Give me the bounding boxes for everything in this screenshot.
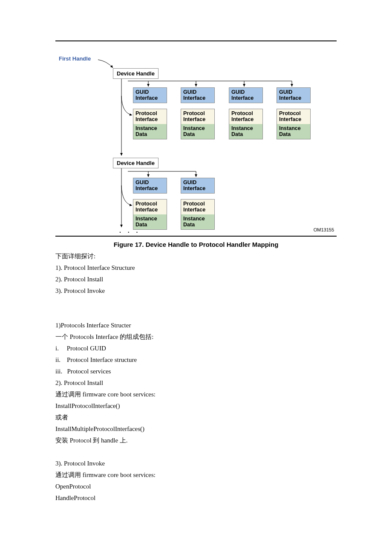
- bottom-rule: [55, 236, 337, 237]
- line: HandleProtocol: [55, 492, 337, 504]
- line: iii. Protocol services: [55, 366, 337, 377]
- protocol-interface-1-2: Protocol Interface: [181, 109, 215, 124]
- protocol-interface-1-1: Protocol Interface: [133, 109, 167, 124]
- line: 3). Protocol Invoke: [55, 458, 337, 469]
- protocol-interface-2-1: Protocol Interface: [133, 199, 167, 215]
- instance-data-1-1: Instance Data: [133, 124, 167, 139]
- line: 3). Protocol Invoke: [55, 285, 337, 297]
- guid-interface-1-1: GUID Interface: [133, 87, 167, 103]
- guid-interface-2-1: GUID Interface: [133, 178, 167, 194]
- line: InstallProtocolInterface(): [55, 400, 337, 412]
- protocol-interface-2-2: Protocol Interface: [181, 199, 215, 215]
- line: 下面详细探讨:: [55, 251, 337, 262]
- figure-caption: Figure 17. Device Handle to Protocol Han…: [55, 241, 337, 248]
- line: 一个 Protocols Interface 的组成包括:: [55, 331, 337, 343]
- instance-data-1-3: Instance Data: [229, 124, 263, 139]
- line: 通过调用 firmware core boot services:: [55, 389, 337, 400]
- device-handle-2: Device Handle: [113, 158, 159, 168]
- instance-data-1-4: Instance Data: [277, 124, 311, 139]
- instance-data-1-2: Instance Data: [181, 124, 215, 139]
- diagram: First Handle Device Handle GUID Interfac…: [55, 45, 337, 232]
- continuation-dots: . . .: [119, 227, 140, 234]
- line: i. Protocol GUID: [55, 343, 337, 354]
- line: 2). Protocol Install: [55, 377, 337, 389]
- line: 或者: [55, 412, 337, 423]
- line: 2). Protocol Install: [55, 274, 337, 285]
- line: InstallMultipleProtocolInterfaces(): [55, 423, 337, 435]
- protocol-interface-1-4: Protocol Interface: [277, 109, 311, 124]
- guid-interface-2-2: GUID Interface: [181, 178, 215, 194]
- line: OpenProtocol: [55, 481, 337, 492]
- protocol-interface-1-3: Protocol Interface: [229, 109, 263, 124]
- line: 1). Protocol Interface Structure: [55, 262, 337, 274]
- body-text: 下面详细探讨: 1). Protocol Interface Structure…: [55, 251, 337, 504]
- line: ii. Protocol Interface structure: [55, 354, 337, 366]
- first-handle-label: First Handle: [59, 55, 91, 62]
- guid-interface-1-2: GUID Interface: [181, 87, 215, 103]
- guid-interface-1-4: GUID Interface: [277, 87, 311, 103]
- om-code: OM13155: [314, 227, 334, 232]
- top-rule: [55, 40, 337, 41]
- line: 通过调用 firmware core boot services:: [55, 469, 337, 481]
- device-handle-1: Device Handle: [113, 68, 159, 79]
- instance-data-2-2: Instance Data: [181, 214, 215, 230]
- line: 1)Protocols Interface Structer: [55, 320, 337, 331]
- line: 安装 Protocol 到 handle 上.: [55, 435, 337, 446]
- guid-interface-1-3: GUID Interface: [229, 87, 263, 103]
